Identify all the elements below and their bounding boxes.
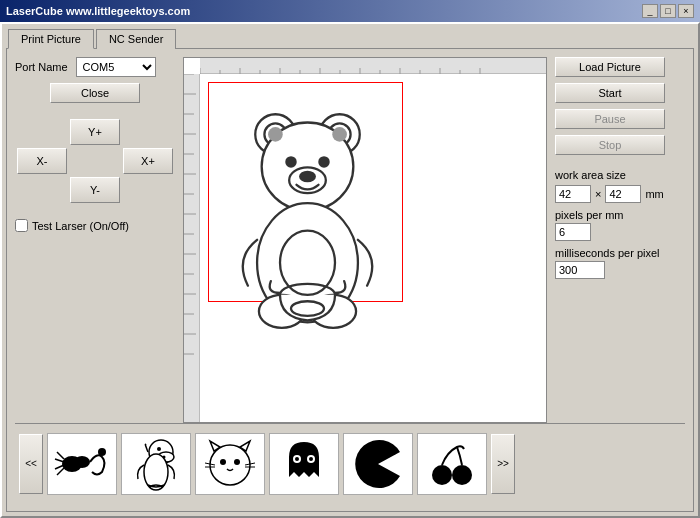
work-area-row: × mm <box>555 185 685 203</box>
work-area-label: work area size <box>555 169 685 181</box>
pause-button[interactable]: Pause <box>555 109 665 129</box>
minimize-button[interactable]: _ <box>642 4 658 18</box>
x-plus-button[interactable]: X+ <box>123 148 173 174</box>
svg-line-50 <box>57 452 64 459</box>
svg-point-72 <box>390 449 396 455</box>
pixels-per-mm-label: pixels per mm <box>555 209 685 221</box>
start-button[interactable]: Start <box>555 83 665 103</box>
close-button[interactable]: × <box>678 4 694 18</box>
window-controls: _ □ × <box>642 4 694 18</box>
svg-point-71 <box>309 457 313 461</box>
port-label: Port Name <box>15 61 68 73</box>
svg-point-38 <box>300 172 315 181</box>
tab-nc-sender[interactable]: NC Sender <box>96 29 176 49</box>
thumbnail-scorpion[interactable] <box>47 433 117 495</box>
svg-line-53 <box>57 468 64 475</box>
next-thumbnail-button[interactable]: >> <box>491 434 515 494</box>
times-symbol: × <box>595 188 601 200</box>
svg-point-63 <box>234 459 240 465</box>
y-plus-button[interactable]: Y+ <box>70 119 120 145</box>
prev-thumbnail-button[interactable]: << <box>19 434 43 494</box>
main-window: Print Picture NC Sender Port Name COM5 C… <box>0 22 700 518</box>
svg-point-49 <box>98 448 106 456</box>
app-title: LaserCube www.littlegeektoys.com <box>6 5 190 17</box>
test-laser-label: Test Larser (On/Off) <box>32 220 129 232</box>
thumbnail-cat[interactable] <box>195 433 265 495</box>
port-row: Port Name COM5 COM1 COM2 COM3 COM4 <box>15 57 175 77</box>
work-width-input[interactable] <box>555 185 591 203</box>
test-laser-row: Test Larser (On/Off) <box>15 219 175 232</box>
tab-print-picture[interactable]: Print Picture <box>8 29 94 49</box>
thumbnail-ghost[interactable] <box>269 433 339 495</box>
svg-point-62 <box>220 459 226 465</box>
svg-point-59 <box>210 445 250 485</box>
thumbnail-pacman[interactable] <box>343 433 413 495</box>
tab-bar: Print Picture NC Sender <box>2 24 698 48</box>
ruler-top <box>200 58 546 74</box>
thumbnail-snoopy[interactable] <box>121 433 191 495</box>
tab-content: Port Name COM5 COM1 COM2 COM3 COM4 Close… <box>6 48 694 512</box>
svg-point-56 <box>157 447 161 451</box>
test-laser-checkbox[interactable] <box>15 219 28 232</box>
svg-point-74 <box>452 465 472 485</box>
canvas-drawing <box>200 74 546 422</box>
thumbnail-cherries[interactable] <box>417 433 487 495</box>
svg-point-45 <box>268 127 283 142</box>
title-bar: LaserCube www.littlegeektoys.com _ □ × <box>0 0 700 22</box>
work-area-section: work area size × mm pixels per mm millis… <box>555 169 685 279</box>
svg-point-36 <box>319 157 328 166</box>
thumbnail-strip: << <box>15 423 685 503</box>
x-minus-button[interactable]: X- <box>17 148 67 174</box>
svg-point-73 <box>432 465 452 485</box>
maximize-button[interactable]: □ <box>660 4 676 18</box>
pad-empty-tl <box>17 119 67 145</box>
msp-input[interactable] <box>555 261 605 279</box>
center-panel <box>183 57 547 423</box>
pad-empty-center <box>70 148 120 174</box>
stop-button[interactable]: Stop <box>555 135 665 155</box>
left-panel: Port Name COM5 COM1 COM2 COM3 COM4 Close… <box>15 57 175 423</box>
ppm-input[interactable] <box>555 223 591 241</box>
svg-point-48 <box>74 456 90 468</box>
content-area: Port Name COM5 COM1 COM2 COM3 COM4 Close… <box>15 57 685 423</box>
pad-empty-tr <box>123 119 173 145</box>
close-port-button[interactable]: Close <box>50 83 140 103</box>
mm-label: mm <box>645 188 663 200</box>
port-select[interactable]: COM5 COM1 COM2 COM3 COM4 <box>76 57 156 77</box>
work-height-input[interactable] <box>605 185 641 203</box>
pad-empty-br <box>123 177 173 203</box>
y-minus-button[interactable]: Y- <box>70 177 120 203</box>
svg-point-35 <box>286 157 295 166</box>
canvas-area <box>183 57 547 423</box>
direction-pad: Y+ X- X+ Y- <box>15 119 175 203</box>
load-picture-button[interactable]: Load Picture <box>555 57 665 77</box>
svg-point-46 <box>332 127 347 142</box>
ms-per-pixel-label: milliseconds per pixel <box>555 247 685 259</box>
svg-line-51 <box>55 459 64 462</box>
pad-empty-bl <box>17 177 67 203</box>
right-panel: Load Picture Start Pause Stop work area … <box>555 57 685 423</box>
bear-illustration <box>215 84 400 359</box>
ruler-left <box>184 74 200 422</box>
svg-point-70 <box>295 457 299 461</box>
